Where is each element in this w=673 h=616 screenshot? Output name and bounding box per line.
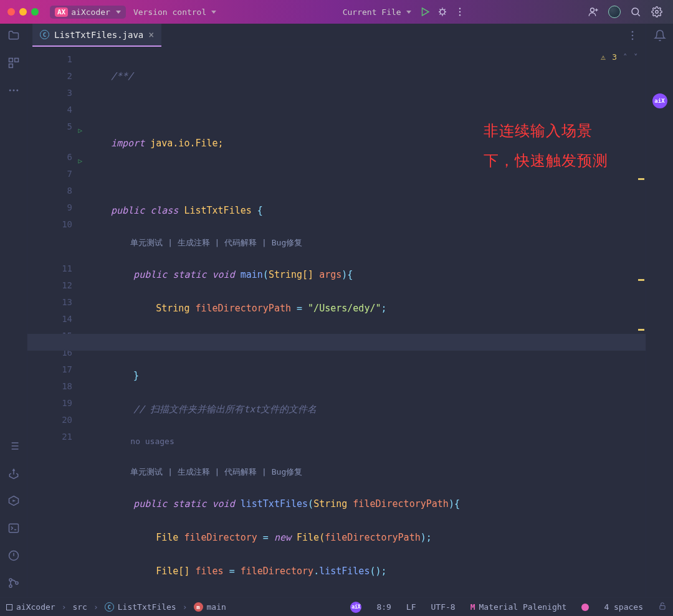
statusbar: aiXcoder › src › C ListTxtFiles › m main…	[0, 597, 673, 616]
run-gutter-icon[interactable]: ▷	[78, 153, 82, 169]
titlebar-right-icons	[587, 6, 663, 18]
add-user-icon[interactable]	[587, 6, 599, 18]
line-separator[interactable]: LF	[406, 602, 416, 612]
lock-icon[interactable]	[658, 602, 667, 612]
breadcrumb[interactable]: aiXcoder › src › C ListTxtFiles › m main	[6, 602, 226, 612]
project-selector[interactable]: AX aiXcoder	[50, 6, 126, 19]
svg-point-2	[459, 8, 460, 9]
code-lens-hints[interactable]: 单元测试 | 生成注释 | 代码解释 | Bug修复	[111, 238, 302, 247]
code-editor[interactable]: ⚠ 3 ˄ ˅ 非连续输入场景 下，快速触发预测 1 2 3 4 5▷	[27, 47, 646, 597]
editor-tabbar: C ListTxtFiles.java ×	[27, 24, 646, 47]
svg-point-21	[632, 31, 634, 32]
gutter[interactable]: 1 2 3 4 5▷ 6▷ 7 8 9 10 11 12 13 14 15 16…	[27, 47, 84, 597]
svg-point-4	[459, 14, 460, 16]
indent-info[interactable]: 4 spaces	[604, 602, 643, 612]
method-icon: m	[194, 602, 203, 612]
svg-marker-15	[12, 500, 16, 501]
svg-point-20	[15, 582, 17, 584]
git-icon[interactable]	[7, 576, 21, 590]
debug-button[interactable]	[436, 6, 449, 18]
svg-rect-16	[9, 524, 18, 532]
project-icon	[6, 604, 12, 610]
project-name-label: aiXcoder	[71, 7, 110, 17]
minimize-window-button[interactable]	[19, 8, 27, 16]
svg-point-7	[656, 11, 659, 14]
notifications-icon[interactable]	[653, 29, 667, 42]
close-window-button[interactable]	[7, 8, 15, 16]
svg-rect-9	[14, 59, 18, 62]
no-usages-hint[interactable]: no usages	[111, 437, 174, 446]
services-icon[interactable]	[7, 494, 21, 508]
maximize-window-button[interactable]	[31, 8, 39, 16]
run-config-selector[interactable]: Current File	[340, 7, 414, 17]
problems-icon[interactable]	[7, 549, 21, 562]
structure-icon[interactable]	[7, 56, 21, 70]
svg-rect-24	[660, 605, 665, 609]
run-gutter-icon[interactable]: ▷	[78, 122, 82, 139]
svg-point-11	[9, 90, 11, 92]
project-badge: AX	[55, 7, 68, 17]
svg-point-19	[9, 585, 11, 587]
version-control-menu[interactable]: Version control	[131, 7, 219, 17]
more-icon[interactable]	[7, 83, 21, 97]
svg-point-12	[12, 90, 14, 92]
window-controls	[7, 8, 39, 16]
svg-point-23	[632, 38, 634, 40]
user-avatar[interactable]	[608, 6, 621, 18]
build-icon[interactable]	[7, 467, 21, 480]
theme-accent-dot[interactable]	[581, 604, 589, 611]
titlebar: AX aiXcoder Version control Current File	[0, 0, 673, 24]
svg-point-5	[591, 8, 594, 12]
svg-point-6	[632, 8, 639, 15]
encoding[interactable]: UTF-8	[431, 602, 456, 612]
svg-marker-0	[422, 8, 429, 16]
svg-point-13	[16, 90, 18, 92]
tab-filename-label: ListTxtFiles.java	[54, 30, 143, 40]
tab-listtxtfiles[interactable]: C ListTxtFiles.java ×	[32, 24, 161, 47]
search-icon[interactable]	[629, 6, 642, 18]
svg-point-1	[440, 9, 445, 14]
tab-more-icon[interactable]	[626, 29, 639, 42]
material-theme-icon: M	[470, 602, 475, 612]
list-icon[interactable]	[7, 439, 21, 453]
cursor-position[interactable]: 8:9	[376, 602, 391, 612]
svg-point-22	[632, 34, 634, 36]
terminal-icon[interactable]	[7, 521, 21, 535]
more-actions-button[interactable]	[454, 6, 466, 18]
tab-close-button[interactable]: ×	[148, 29, 154, 40]
settings-icon[interactable]	[651, 6, 663, 18]
svg-rect-8	[9, 59, 12, 62]
svg-point-3	[459, 11, 460, 12]
run-button[interactable]	[419, 6, 431, 18]
java-class-icon: C	[40, 30, 49, 39]
code-lens-hints[interactable]: 单元测试 | 生成注释 | 代码解释 | Bug修复	[111, 467, 302, 476]
aixcoder-status-icon[interactable]: aiX	[350, 602, 361, 613]
left-tool-rail	[0, 24, 27, 597]
right-tool-rail: aiX	[646, 24, 673, 597]
svg-rect-10	[9, 64, 12, 68]
theme-name[interactable]: Material Palenight	[479, 602, 566, 612]
code-content[interactable]: /**/ import java.io.File; public class L…	[84, 47, 646, 597]
folder-icon[interactable]	[7, 29, 21, 42]
aixcoder-tool-icon[interactable]: aiX	[652, 93, 667, 108]
svg-point-18	[9, 579, 11, 581]
class-icon: C	[105, 602, 114, 612]
